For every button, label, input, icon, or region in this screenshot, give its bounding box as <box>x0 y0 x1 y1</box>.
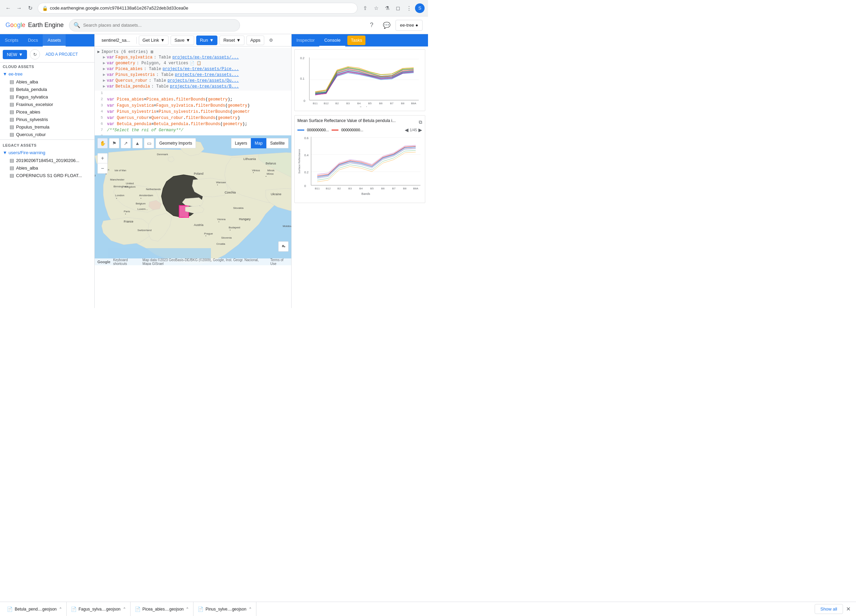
chart-next-button[interactable]: ▶ <box>419 127 422 132</box>
svg-text:Paris: Paris <box>124 210 130 213</box>
share-button[interactable]: ⇧ <box>360 3 370 13</box>
svg-text:B3: B3 <box>346 102 350 105</box>
svg-text:0.2: 0.2 <box>300 56 305 60</box>
menu-button[interactable]: ⋮ <box>404 3 414 13</box>
import-expand-icon: ▶ <box>103 60 105 66</box>
import-expand-icon: ▶ <box>103 66 105 71</box>
import-line: ▶ var Betula_pendula : Table projects/ee… <box>97 83 288 89</box>
fullscreen-toggle[interactable]: ◻ <box>393 3 403 13</box>
tab-docs[interactable]: Docs <box>23 34 43 46</box>
address-bar[interactable]: 🔒 code.earthengine.google.com/c97841138a… <box>38 3 357 14</box>
svg-text:B8A: B8A <box>411 102 416 105</box>
asset-abies-alba[interactable]: ▤ Abies_alba <box>0 78 94 85</box>
tab-scripts[interactable]: Scripts <box>0 34 23 46</box>
dropdown-icon: ▼ <box>236 38 241 43</box>
legacy-project-folder[interactable]: ▼ users/Fire-warning <box>0 149 94 157</box>
keyboard-shortcuts-link[interactable]: Keyboard shortcuts <box>113 258 140 265</box>
tab-assets[interactable]: Assets <box>43 34 66 46</box>
image-icon: ▤ <box>9 158 14 163</box>
ee-tree-button[interactable]: ee-tree ● <box>396 20 423 31</box>
chart2-wrapper: Mean Surface Reflectance Value of Betula… <box>294 115 425 203</box>
get-link-button[interactable]: Get Link ▼ <box>139 35 169 45</box>
svg-text:France: France <box>124 220 133 223</box>
svg-text:Surface Reflectance: Surface Reflectance <box>298 149 301 174</box>
svg-text:B6: B6 <box>381 187 385 190</box>
reload-button[interactable]: ↻ <box>25 3 35 13</box>
fullscreen-button[interactable]: ⥱ <box>278 241 288 252</box>
svg-text:B2: B2 <box>336 102 339 105</box>
zoom-in-button[interactable]: + <box>97 153 108 163</box>
bookmark-button[interactable]: ☆ <box>371 3 381 13</box>
hand-tool-button[interactable]: ✋ <box>97 138 108 148</box>
right-tabs: Inspector Console Tasks <box>292 34 428 46</box>
save-button[interactable]: Save ▼ <box>171 35 194 45</box>
add-project-button[interactable]: ADD A PROJECT <box>43 51 81 58</box>
run-button[interactable]: Run ▼ <box>196 35 218 45</box>
line-tool-button[interactable]: ↗ <box>121 138 131 148</box>
cloud-assets-header: CLOUD ASSETS <box>0 63 94 70</box>
svg-text:B11: B11 <box>313 102 318 105</box>
chart-prev-button[interactable]: ◀ <box>405 127 408 132</box>
svg-text:Bands: Bands <box>361 192 370 196</box>
asset-label: Populus_tremula <box>16 125 49 129</box>
cloud-project-folder[interactable]: ▼ ee-tree <box>0 70 94 78</box>
point-tool-button[interactable]: ⚑ <box>109 138 119 148</box>
legend-label-1: 000000000... <box>307 128 329 132</box>
svg-text:Luxem...: Luxem... <box>137 208 148 211</box>
asset-populus-tremula[interactable]: ▤ Populus_tremula <box>0 123 94 131</box>
code-editor[interactable]: ▶ Imports (6 entries) ▤ ▶ var Fagus_sylv… <box>95 46 291 136</box>
tab-inspector[interactable]: Inspector <box>292 34 319 46</box>
svg-text:0.1: 0.1 <box>300 77 305 80</box>
chart-nav-count: 1/45 <box>410 128 417 132</box>
geometry-imports-button[interactable]: Geometry Imports <box>155 138 196 148</box>
search-bar[interactable]: 🔍 <box>69 19 240 31</box>
svg-text:B5: B5 <box>370 187 374 190</box>
legacy-item-3[interactable]: ▤ COPERNICUS S1 GRD FLOAT... <box>0 172 94 179</box>
editor-tab[interactable]: sentinel2_sa... <box>97 36 134 44</box>
extensions-button[interactable]: ⚗ <box>382 3 392 13</box>
legacy-item-2[interactable]: ▤ Abies_alba <box>0 164 94 172</box>
tab-tasks[interactable]: Tasks <box>347 35 365 45</box>
forward-button[interactable]: → <box>14 3 24 13</box>
satellite-button[interactable]: Satellite <box>266 138 288 148</box>
asset-fraxinus-excelsior[interactable]: ▤ Fraxinus_excelsior <box>0 100 94 108</box>
terms-link[interactable]: Terms of Use <box>270 258 288 265</box>
new-button[interactable]: NEW ▼ <box>3 50 27 59</box>
import-expand-icon: ▶ <box>103 78 105 83</box>
svg-text:Croatia: Croatia <box>216 242 225 245</box>
asset-pinus-sylvestris[interactable]: ▤ Pinus_sylvestris <box>0 116 94 123</box>
code-line: 1 <box>95 91 291 97</box>
code-line: 4 var Pinus_sylvestris=Pinus_sylvestris.… <box>95 109 291 115</box>
profile-button[interactable]: S <box>415 3 425 13</box>
refresh-button[interactable]: ↻ <box>30 49 40 60</box>
chart2-header: Mean Surface Reflectance Value of Betula… <box>297 118 422 126</box>
code-line: 6 var Betula_pendula=Betula_pendula.filt… <box>95 122 291 128</box>
tab-console[interactable]: Console <box>319 34 345 46</box>
legacy-item-1[interactable]: ▤ 20190206T184541_20190206... <box>0 157 94 164</box>
imports-header[interactable]: ▶ Imports (6 entries) ▤ <box>97 49 288 54</box>
separator <box>136 37 137 44</box>
settings-button[interactable]: ⚙ <box>266 35 276 45</box>
help-button[interactable]: ? <box>365 19 378 31</box>
rectangle-tool-button[interactable]: ▭ <box>144 138 154 148</box>
search-input[interactable] <box>83 23 236 28</box>
asset-fagus-sylvatica[interactable]: ▤ Fagus_sylvatica <box>0 93 94 100</box>
svg-text:Austria: Austria <box>194 223 203 226</box>
asset-picea-abies[interactable]: ▤ Picea_abies <box>0 108 94 116</box>
asset-quercus-robur[interactable]: ▤ Quercus_robur <box>0 131 94 138</box>
svg-text:Denmark: Denmark <box>157 153 168 156</box>
browser-chrome: ← → ↻ 🔒 code.earthengine.google.com/c978… <box>0 0 428 16</box>
polygon-tool-button[interactable]: ▲ <box>132 138 143 148</box>
reset-button[interactable]: Reset ▼ <box>219 35 245 45</box>
asset-betula-pendula[interactable]: ▤ Betula_pendula <box>0 85 94 93</box>
zoom-out-button[interactable]: − <box>97 163 108 174</box>
svg-text:Ireland: Ireland <box>95 174 95 177</box>
expand-chart-button[interactable]: ⧉ <box>419 119 422 125</box>
layers-button[interactable]: Layers <box>231 138 251 148</box>
svg-text:London: London <box>115 194 125 197</box>
feedback-button[interactable]: 💬 <box>380 19 393 31</box>
import-line: ▶ var Picea_abies : Table projects/ee-tr… <box>97 66 288 72</box>
apps-button[interactable]: Apps <box>246 35 264 45</box>
map-button[interactable]: Map <box>251 138 266 148</box>
back-button[interactable]: ← <box>3 3 13 13</box>
